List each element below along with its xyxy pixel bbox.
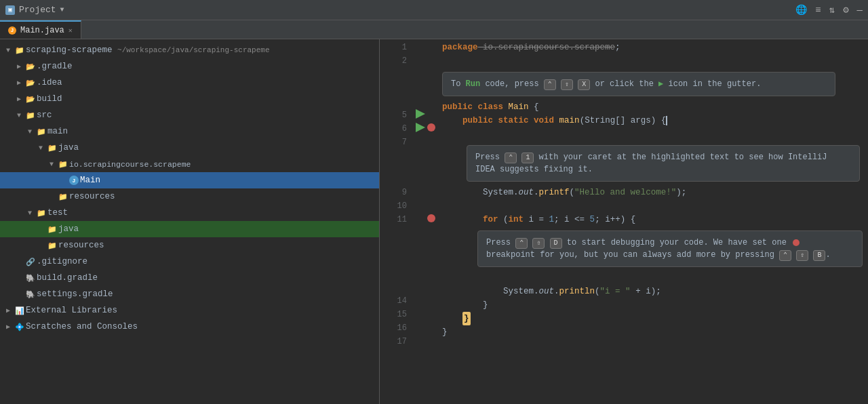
settings-gradle-icon: 🐘 xyxy=(24,289,37,300)
run-icon-5[interactable] xyxy=(416,109,425,119)
str-i: "i = " xyxy=(600,285,631,298)
code-line-13 xyxy=(439,271,868,285)
breakpoint-11[interactable] xyxy=(427,214,435,222)
num-5: 5 xyxy=(590,213,595,226)
kw-int: int xyxy=(509,213,524,226)
tree-item-build[interactable]: ▶ 📂 build xyxy=(0,91,379,107)
gitignore-label: .gitignore xyxy=(37,257,87,266)
build-arrow-icon: ▶ xyxy=(14,95,24,103)
root-label: scraping-scrapeme ~/workspace/java/scrap… xyxy=(26,45,269,55)
fn-println: println xyxy=(559,285,595,298)
bp-15 xyxy=(427,306,439,320)
kw-public-5: public xyxy=(442,100,473,114)
line-num-16: 16 xyxy=(380,321,407,335)
gradle-folder-icon: 📂 xyxy=(24,61,37,72)
bp-14 xyxy=(427,293,439,306)
tab-label: Main.java xyxy=(20,26,64,35)
breakpoint-gutter xyxy=(427,39,439,404)
hint-run-box: To Run code, press ⌃ ⇧ X or click the ▶ … xyxy=(439,68,868,100)
idea-label: .idea xyxy=(37,78,62,87)
tree-item-ext-libs[interactable]: ▶ 📊 External Libraries xyxy=(0,302,379,319)
tab-main-java[interactable]: J Main.java ✕ xyxy=(0,20,81,39)
settings-icon[interactable]: ⚙ xyxy=(843,4,848,16)
scratches-arrow-icon: ▶ xyxy=(3,323,14,331)
test-arrow-icon: ▼ xyxy=(24,209,35,217)
sort-icon[interactable]: ⇅ xyxy=(829,4,835,16)
hint-press-content: Press ⌃ 1 with your caret at the highlig… xyxy=(467,145,860,182)
gutter-14 xyxy=(414,293,427,306)
gutter-13 xyxy=(414,279,427,293)
scratches-folder-icon: 💠 xyxy=(14,321,26,332)
java-test-label: java xyxy=(58,224,79,234)
bp-4 xyxy=(427,94,439,107)
code-line-9: System . out . printf ( "Hello and welco… xyxy=(439,186,868,199)
gutter-7 xyxy=(414,134,427,148)
project-name: scraping-scrapeme xyxy=(26,45,113,55)
project-selector[interactable]: ▣ Project ▼ xyxy=(5,5,64,15)
code-line-15: } xyxy=(439,298,868,312)
tree-item-main[interactable]: ▼ 📁 main xyxy=(0,123,379,140)
main-file-label: Main xyxy=(80,176,100,185)
line-num-10: 10 xyxy=(380,199,407,213)
kw-void: void xyxy=(534,114,554,127)
breakpoint-6[interactable] xyxy=(427,123,435,132)
tree-item-test[interactable]: ▼ 📁 test xyxy=(0,205,379,221)
gutter-15 xyxy=(414,306,427,320)
gradle-label: .gradle xyxy=(37,62,73,71)
tree-item-settings-gradle[interactable]: 🐘 settings.gradle xyxy=(0,286,379,302)
code-area[interactable]: package io.scrapingcourse.scrapeme ; To … xyxy=(439,39,868,404)
bp-1 xyxy=(427,39,439,53)
globe-icon[interactable]: 🌐 xyxy=(795,4,807,16)
hint-key-ctrl: ⌃ xyxy=(544,79,556,90)
main-arrow-icon: ▼ xyxy=(24,128,35,136)
tree-item-gitignore[interactable]: 🔗 .gitignore xyxy=(0,254,379,270)
gutter-hint2 xyxy=(414,148,427,184)
bp-6 xyxy=(427,121,439,134)
ext-libs-arrow-icon: ▶ xyxy=(3,306,14,315)
tab-close-icon[interactable]: ✕ xyxy=(68,26,73,35)
bp-2 xyxy=(427,53,439,66)
top-bar: ▣ Project ▼ 🌐 ≡ ⇅ ⚙ — xyxy=(0,0,868,20)
java-main-arrow-icon: ▼ xyxy=(35,144,46,152)
tree-item-java-main[interactable]: ▼ 📁 java xyxy=(0,140,379,156)
tree-item-resources-main[interactable]: 📁 resources xyxy=(0,188,379,205)
editor-content: 1 2 5 6 7 9 10 11 14 15 16 17 xyxy=(380,39,868,404)
tree-root[interactable]: ▼ 📁 scraping-scrapeme ~/workspace/java/s… xyxy=(0,42,379,58)
gitignore-icon: 🔗 xyxy=(24,256,37,267)
tree-item-idea[interactable]: ▶ 📂 .idea xyxy=(0,75,379,91)
hint-key-1: 1 xyxy=(521,153,534,163)
src-label: src xyxy=(37,110,52,120)
root-folder-icon: 📁 xyxy=(14,45,26,56)
tree-item-Main[interactable]: J Main xyxy=(0,172,379,188)
list-icon[interactable]: ≡ xyxy=(815,5,821,16)
top-bar-actions: 🌐 ≡ ⇅ ⚙ — xyxy=(795,4,863,16)
tree-item-scratches[interactable]: ▶ 💠 Scratches and Consoles xyxy=(0,319,379,335)
code-line-14: System . out . println ( "i = " + i); xyxy=(439,285,868,298)
code-line-7 xyxy=(439,127,868,141)
tree-item-gradle[interactable]: ▶ 📂 .gradle xyxy=(0,58,379,75)
tree-item-build-gradle[interactable]: 🐘 build.gradle xyxy=(0,270,379,286)
gutter-11 xyxy=(414,211,427,225)
line-num-4 xyxy=(380,95,407,108)
code-line-6: public static void main ( String [] args… xyxy=(439,114,868,127)
pkg-name: io.scrapingcourse.scrapeme xyxy=(478,41,616,54)
gutter-2 xyxy=(414,53,427,66)
out: out xyxy=(519,186,534,199)
scratches-label: Scratches and Consoles xyxy=(26,322,138,331)
tree-item-java-test[interactable]: 📁 java xyxy=(0,221,379,237)
res-test-label: resources xyxy=(58,241,104,250)
tree-item-src[interactable]: ▼ 📁 src xyxy=(0,107,379,123)
main-label: main xyxy=(47,127,68,136)
pkg-label: io.scrapingcourse.scrapeme xyxy=(69,160,191,169)
tree-item-package[interactable]: ▼ 📁 io.scrapingcourse.scrapeme xyxy=(0,156,379,172)
kw-package: package xyxy=(442,41,478,54)
tree-item-resources-test[interactable]: 📁 resources xyxy=(0,237,379,254)
hint-press-box: Press ⌃ 1 with your caret at the highlig… xyxy=(439,141,868,186)
str-hello: "Hello and welcome!" xyxy=(574,186,676,199)
close-brace-yellow: } xyxy=(462,312,471,325)
gutter xyxy=(414,39,427,404)
minimize-icon[interactable]: — xyxy=(857,5,863,16)
cursor xyxy=(666,116,667,125)
hint-key-d: D xyxy=(550,238,562,249)
run-icon-6[interactable] xyxy=(416,123,425,132)
